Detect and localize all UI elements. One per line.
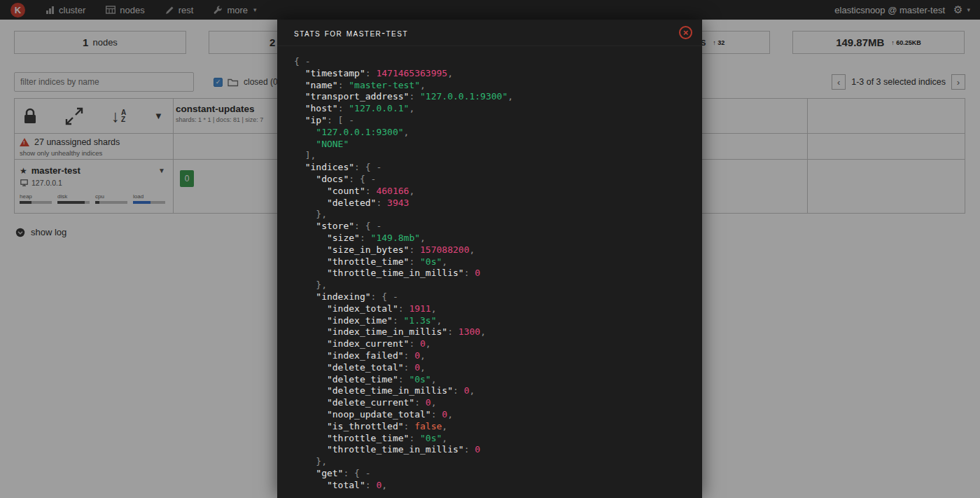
close-icon[interactable]: ×: [679, 26, 692, 39]
modal-header: stats for master-test ×: [277, 20, 702, 46]
stats-modal: stats for master-test × { - "timestamp":…: [277, 20, 702, 498]
close-x-glyph: ×: [683, 28, 689, 37]
modal-title: stats for master-test: [294, 27, 679, 39]
stats-json-view[interactable]: { - "timestamp": 1471465363995, "name": …: [277, 46, 702, 491]
